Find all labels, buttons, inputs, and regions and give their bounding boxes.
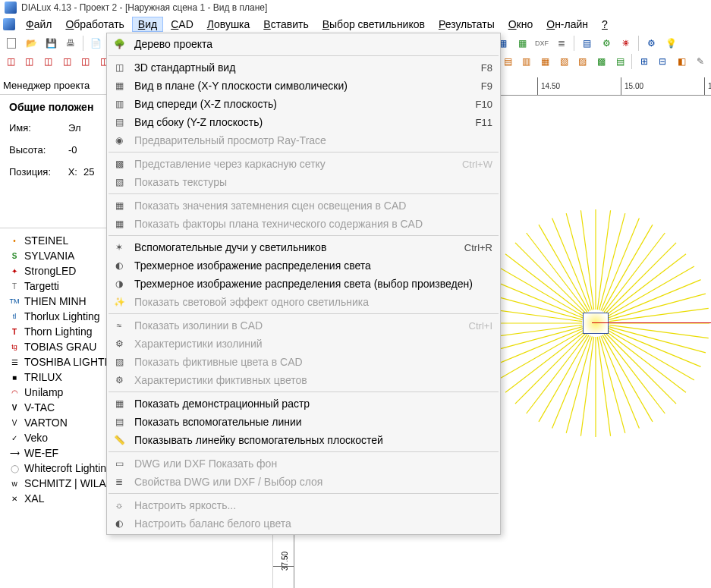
menu-entry[interactable]: ◫3D стандартный видF8 (107, 58, 500, 77)
view-g[interactable]: ▤ (612, 53, 629, 70)
sel-d[interactable]: ◫ (58, 53, 76, 70)
menu-entry[interactable]: 🌳Дерево проекта (107, 35, 500, 53)
view-d[interactable]: ▧ (555, 53, 573, 70)
new-button[interactable] (2, 35, 20, 52)
menu-separator (109, 235, 499, 236)
menu-entry: ≣Свойства DWG или DXF / Выбор слоя (107, 473, 500, 491)
dxf-button[interactable]: DXF (533, 35, 551, 52)
view-b[interactable]: ▥ (518, 53, 536, 70)
menu-entry: ▩Представление через каркасную сеткуCtrl… (107, 155, 500, 173)
menu-item-4[interactable]: Ловушка (201, 17, 256, 32)
menu-item-8[interactable]: Окно (502, 17, 540, 32)
menu-entry: ▭DWG или DXF Показать фон (107, 454, 500, 473)
name-label: Имя: (9, 122, 67, 134)
menu-entry-shortcut: F8 (481, 62, 492, 74)
window-title: DIALux 4.13 - Проект 2 - [Наружная сцена… (21, 2, 267, 13)
menu-item-3[interactable]: CAD (165, 17, 200, 32)
view-h[interactable]: ⊞ (635, 53, 653, 70)
svg-line-5 (606, 332, 686, 392)
menu-entry-icon: ◫ (112, 61, 127, 74)
open-button[interactable]: 📂 (22, 35, 40, 52)
svg-line-29 (505, 254, 585, 315)
copy-button[interactable]: 📄 (87, 35, 105, 52)
menu-entry-label: 3D стандартный вид (134, 61, 473, 74)
svg-line-14 (566, 336, 592, 433)
svg-line-20 (497, 330, 584, 380)
luminaire-symbol[interactable] (583, 313, 609, 334)
view-j[interactable]: ◧ (673, 53, 691, 70)
svg-line-6 (606, 333, 676, 404)
position-x-label: X: (67, 166, 82, 178)
menu-entry-label: Показать факторы плана технического соде… (134, 218, 485, 230)
menu-item-6[interactable]: Выбор светильников (316, 17, 431, 32)
view-c[interactable]: ▦ (536, 53, 554, 70)
view-f[interactable]: ▩ (593, 53, 610, 70)
menu-entry[interactable]: ▤Вид сбоку (Y-Z плоскость)F11 (107, 113, 500, 131)
view-e[interactable]: ▨ (574, 53, 592, 70)
separator (574, 36, 574, 51)
menu-entry: ▨Показать фиктивные цвета в CAD (107, 353, 500, 371)
brand-label: Thorn Lighting (24, 325, 93, 338)
view-k[interactable]: ✎ (691, 53, 709, 70)
menu-item-0[interactable]: Файл (20, 17, 58, 32)
menu-entry[interactable]: ▦Вид в плане (X-Y плоскости символически… (107, 77, 500, 95)
menu-entry-label: Вид сбоку (Y-Z плоскость) (134, 116, 468, 128)
svg-line-42 (606, 243, 676, 313)
menu-item-1[interactable]: Обработать (59, 17, 130, 32)
menu-entry[interactable]: ◐Трехмерное изображение распределения св… (107, 256, 500, 275)
brand-label: SCHMITZ | WILA (24, 477, 106, 489)
ruler-tick: 37.50 (273, 566, 294, 567)
layers-button[interactable]: ≣ (552, 35, 571, 52)
menu-item-5[interactable]: Вставить (257, 17, 314, 32)
light-button[interactable]: 💡 (662, 35, 680, 52)
menu-entry-label: Показать световой эффект одного светильн… (134, 296, 485, 308)
settings-button[interactable]: ⚙ (642, 35, 660, 52)
svg-line-41 (604, 233, 665, 313)
menu-entry[interactable]: ▤Показать вспомогательные линии (107, 413, 500, 431)
menu-entry-icon: ◐ (112, 259, 127, 272)
menu-entry[interactable]: ▦Показать демонстрационный растр (107, 395, 500, 413)
brand-label: STEINEL (24, 234, 68, 247)
svg-line-31 (527, 233, 587, 313)
sel-c[interactable]: ◫ (39, 53, 57, 70)
menu-entry-label: Показать вспомогательные линии (134, 416, 485, 428)
save-button[interactable]: 💾 (42, 35, 60, 52)
menu-separator (109, 55, 499, 56)
menu-entry[interactable]: ▥Вид спереди (X-Z плоскость)F10 (107, 95, 500, 113)
print-button[interactable]: 🖶 (61, 35, 80, 52)
menu-item-9[interactable]: Он-лайн (540, 17, 594, 32)
menu-item-7[interactable]: Результаты (433, 17, 501, 32)
brand-label: Veko (24, 432, 48, 444)
separator (83, 36, 83, 51)
street-wizard[interactable]: ⛯ (617, 35, 635, 52)
menu-separator (109, 193, 499, 194)
menu-entry[interactable]: ✶Вспомогательные дучи у светильниковCtrl… (107, 238, 500, 256)
svg-line-30 (515, 243, 586, 313)
menu-entry-label: DWG или DXF Показать фон (134, 458, 485, 470)
menu-entry-icon: ▥ (112, 97, 127, 111)
sel-b[interactable]: ◫ (21, 53, 39, 70)
calc-button[interactable]: ▤ (577, 35, 596, 52)
tool-p[interactable]: ▦ (513, 35, 531, 52)
height-label: Высота: (9, 144, 67, 156)
menu-item-2[interactable]: Вид (132, 17, 163, 32)
ruler-tick-label: 14.50 (541, 82, 560, 90)
menu-entry: ☼Настроить яркость... (107, 496, 500, 514)
menu-entry[interactable]: ◑Трехмерное изображение распределения св… (107, 275, 500, 293)
svg-line-40 (602, 225, 653, 311)
menu-entry: ✨Показать световой эффект одного светиль… (107, 293, 500, 311)
brand-icon: ✕ (9, 493, 20, 504)
menu-item-10[interactable]: ? (596, 17, 614, 32)
menu-entry-icon: ✶ (112, 241, 127, 254)
wizard-button[interactable]: ⚙ (597, 35, 615, 52)
menu-entry-label: Вид спереди (X-Z плоскость) (134, 98, 468, 110)
title-bar: DIALux 4.13 - Проект 2 - [Наружная сцена… (0, 0, 711, 15)
sel-e[interactable]: ◫ (77, 53, 95, 70)
menu-separator (109, 152, 499, 153)
menu-entry-icon: ▩ (112, 157, 127, 171)
sel-a[interactable]: ◫ (2, 53, 20, 70)
menu-entry-shortcut: F11 (476, 117, 492, 128)
view-i[interactable]: ⊟ (654, 53, 672, 70)
menu-entry[interactable]: 📏Показывать линейку вспомогательных плос… (107, 431, 500, 449)
view-a[interactable]: ▤ (499, 53, 517, 70)
